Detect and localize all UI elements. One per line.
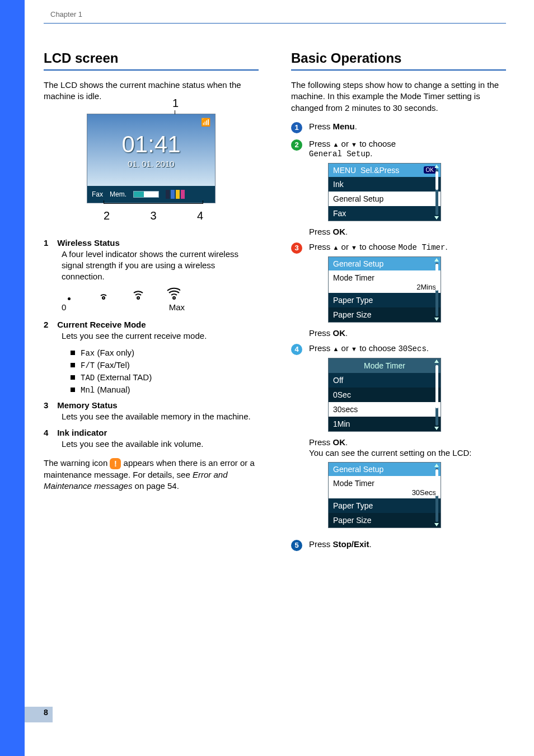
legend-3-desc: Lets you see the available memory in the…	[62, 411, 259, 422]
callout-4: 4	[197, 209, 203, 222]
legend-1-name: Wireless Status	[57, 238, 120, 248]
gs2-row-mode-timer: Mode Timer 30Secs	[329, 476, 441, 498]
legend-4-desc: Lets you see the available ink volume.	[62, 438, 259, 450]
mode-mnl-code: Mnl	[81, 386, 95, 395]
mode-mnl-label: (Manual)	[95, 385, 130, 394]
callout-ticks	[104, 203, 203, 207]
step-2-badge: 2	[291, 139, 302, 151]
down-arrow-icon: ▼	[351, 141, 357, 148]
wifi-low-label: 0	[62, 302, 66, 312]
basic-ops-rule	[291, 69, 506, 71]
page-number: 8	[44, 708, 48, 717]
ink-indicator	[166, 190, 185, 199]
callout-1: 1	[172, 97, 179, 110]
callout-2: 2	[104, 209, 110, 222]
wifi-level-1-icon	[96, 288, 111, 300]
lcd-screen-general-setup-2: General Setup Mode Timer 30Secs Paper Ty…	[328, 462, 441, 528]
ink-cyan	[171, 190, 175, 199]
lcd-date: 01. 01. 2010	[128, 159, 174, 169]
receive-mode-list: Fax (Fax only) F/T (Fax/Tel) TAD (Extern…	[71, 348, 259, 395]
wifi-high-label: Max	[169, 302, 185, 312]
legend-3-name: Memory Status	[57, 400, 118, 410]
lcd-mem-label: Mem.	[110, 190, 127, 198]
chapter-label: Chapter 1	[50, 10, 506, 18]
gs-row-mode-timer: Mode Timer 2Mins	[329, 270, 441, 293]
warning-paragraph: The warning icon ! appears when there is…	[44, 458, 259, 492]
callout-3: 3	[150, 209, 156, 222]
lcd-screen-menu: MENU Sel.&Press OK Ink General Setup Fax	[328, 163, 441, 221]
gs2-row-paper-size: Paper Size	[329, 513, 441, 528]
mt-row-1min: 1Min	[329, 417, 441, 431]
scrollbar	[434, 165, 439, 220]
legend-3-num: 3	[44, 400, 55, 410]
legend-2-desc: Lets you see the current receive mode.	[62, 330, 259, 342]
menu-row-fax: Fax	[329, 206, 441, 221]
lcd-time: 01:41	[121, 131, 180, 158]
gs2-row-paper-type: Paper Type	[329, 498, 441, 513]
step-1-text: Press Menu.	[309, 122, 506, 131]
menu-row-general-setup: General Setup	[329, 192, 441, 206]
mode-fax-label: (Fax only)	[95, 348, 134, 357]
wifi-levels	[62, 288, 259, 300]
wifi-level-2-icon	[131, 288, 146, 300]
footer-tab	[25, 707, 53, 722]
step-4-press-ok: Press OK.	[309, 437, 506, 447]
wifi-level-0-icon	[68, 297, 71, 300]
mode-tad-label: (External TAD)	[95, 372, 152, 382]
step-2-press-ok: Press OK.	[309, 227, 506, 236]
ink-black	[166, 190, 170, 199]
step-3-text: Press ▲ or ▼ to choose Mode Timer.	[309, 242, 506, 252]
lcd-screen-general-setup-1: General Setup Mode Timer 2Mins Paper Typ…	[328, 256, 441, 323]
memory-gauge	[133, 191, 159, 198]
lcd-intro: The LCD shows the current machine status…	[44, 80, 259, 102]
legend-1-desc: A four level indicator shows the current…	[62, 249, 259, 283]
step-4-badge: 4	[291, 344, 302, 355]
up-arrow-icon: ▲	[333, 141, 339, 148]
top-rule	[44, 23, 506, 24]
step-2-text: Press ▲ or ▼ to choose General Setup.	[309, 139, 506, 158]
step-1-badge: 1	[291, 122, 302, 133]
menu-row-ink: Ink	[329, 177, 441, 192]
mode-fax-code: Fax	[81, 349, 95, 358]
step-4-text: Press ▲ or ▼ to choose 30Secs.	[309, 343, 506, 353]
legend-2-num: 2	[44, 320, 55, 329]
wifi-status-icon: 📶	[201, 118, 210, 127]
mode-tad-code: TAD	[81, 374, 95, 382]
step-4-result: You can see the current setting on the L…	[309, 448, 506, 458]
basic-ops-intro: The following steps show how to change a…	[291, 80, 506, 114]
basic-ops-heading: Basic Operations	[291, 50, 506, 66]
mode-ft-label: (Fax/Tel)	[95, 360, 130, 370]
step-3-badge: 3	[291, 242, 302, 254]
warning-icon: !	[110, 458, 121, 469]
gs-row-paper-size: Paper Size	[329, 307, 441, 322]
step-5-text: Press Stop/Exit.	[309, 539, 506, 549]
lcd-heading: LCD screen	[44, 50, 259, 66]
ink-yellow	[176, 190, 180, 199]
legend-4-num: 4	[44, 428, 55, 437]
ink-magenta	[181, 190, 185, 199]
left-column: LCD screen The LCD shows the current mac…	[44, 50, 259, 557]
step-5-badge: 5	[291, 540, 302, 551]
mt-row-0sec: 0Sec	[329, 388, 441, 402]
mode-ft-code: F/T	[81, 361, 95, 370]
lcd-rule	[44, 69, 259, 71]
lcd-fax-label: Fax	[92, 190, 103, 198]
step-3-press-ok: Press OK.	[309, 328, 506, 338]
mt-row-30secs: 30secs	[329, 402, 441, 417]
mt-row-off: Off	[329, 373, 441, 388]
right-column: Basic Operations The following steps sho…	[291, 50, 506, 557]
legend-2-name: Current Receive Mode	[57, 320, 146, 329]
lcd-screen-mode-timer: Mode Timer Off 0Sec 30secs 1Min	[328, 358, 441, 432]
legend-4-name: Ink indicator	[57, 428, 107, 437]
wifi-level-3-icon	[166, 288, 180, 300]
lcd-figure: 1 📶 01:41 01. 01. 2010 Fax Mem.	[87, 114, 216, 222]
gs-row-paper-type: Paper Type	[329, 293, 441, 307]
left-blue-strip	[0, 0, 25, 756]
legend-1-num: 1	[44, 238, 55, 248]
